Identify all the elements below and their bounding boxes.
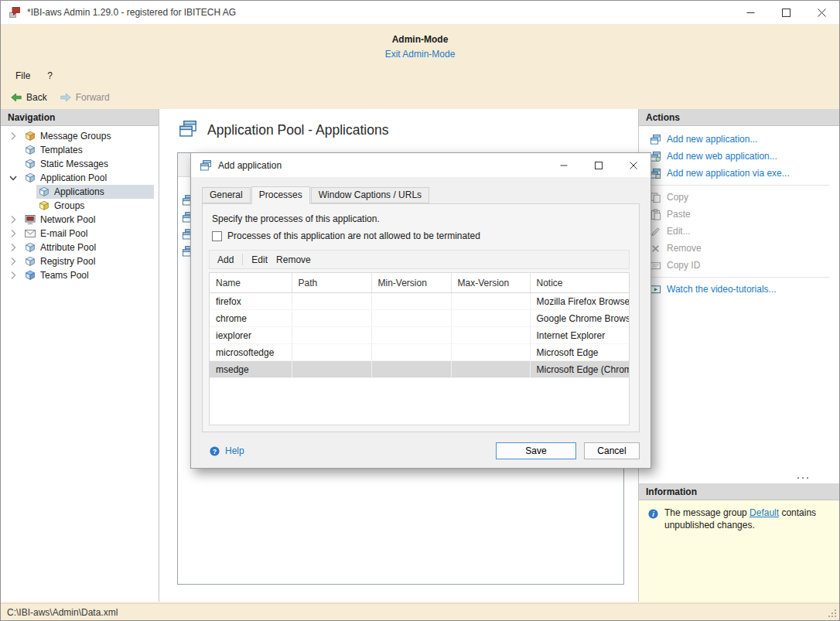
app-logo-icon xyxy=(9,6,21,19)
sidebar-item-static-messages[interactable]: Static Messages xyxy=(1,157,159,171)
navigation-panel: Navigation Message Groups Templates xyxy=(1,109,159,602)
dialog-tabs: General Processes Window Captions / URLs xyxy=(202,187,430,203)
action-add-new-web-application[interactable]: Add new web application... xyxy=(639,148,839,165)
chevron-right-icon[interactable] xyxy=(7,241,22,254)
dialog-titlebar[interactable]: Add application xyxy=(191,153,650,177)
column-header-path[interactable]: Path xyxy=(292,273,371,293)
process-row-microsoftedge[interactable]: microsoftedge Microsoft Edge xyxy=(210,344,629,361)
maximize-button[interactable] xyxy=(768,1,804,24)
panel-splitter[interactable] xyxy=(639,473,839,483)
terminate-checkbox-label: Processes of this application are not al… xyxy=(227,230,480,241)
window-titlebar[interactable]: *IBI-aws Admin 1.29.0 - registered for I… xyxy=(1,1,839,25)
chevron-right-icon[interactable] xyxy=(7,213,22,226)
action-copy-id[interactable]: Copy ID xyxy=(639,257,839,274)
process-row-firefox[interactable]: firefox Mozilla Firefox Browser xyxy=(210,293,629,310)
admin-mode-title: Admin-Mode xyxy=(1,24,839,45)
cell-name: iexplorer xyxy=(210,327,292,344)
tree-item-label: Network Pool xyxy=(40,214,95,225)
sidebar-item-groups[interactable]: Groups xyxy=(1,199,159,213)
sidebar-item-message-groups[interactable]: Message Groups xyxy=(1,129,159,143)
terminate-checkbox[interactable] xyxy=(212,231,222,241)
action-label: Watch the video-tutorials... xyxy=(667,284,777,295)
status-bar: C:\IBI-aws\Admin\Data.xml xyxy=(1,603,839,620)
chevron-right-icon[interactable] xyxy=(7,227,22,240)
tree-item-content: Message Groups xyxy=(22,129,154,143)
menu-help[interactable]: ? xyxy=(39,67,61,84)
tree-item-label: Registry Pool xyxy=(40,256,95,267)
actions-separator xyxy=(649,277,829,278)
splitter-grip-icon xyxy=(797,476,810,479)
application-pool-icon xyxy=(24,172,36,184)
process-grid-toolbar: Add Edit Remove xyxy=(209,250,630,269)
action-remove[interactable]: Remove xyxy=(639,240,839,257)
cell-path xyxy=(292,327,371,344)
menu-bar: File ? xyxy=(1,66,839,86)
tab-general[interactable]: General xyxy=(202,187,251,203)
column-header-notice[interactable]: Notice xyxy=(530,273,629,293)
page-title-text: Application Pool - Applications xyxy=(207,122,388,138)
forward-button[interactable]: Forward xyxy=(60,91,110,104)
resize-grip-icon[interactable] xyxy=(828,609,838,619)
info-icon: i xyxy=(647,507,659,520)
process-row-iexplorer[interactable]: iexplorer Internet Explorer xyxy=(210,327,629,344)
action-paste[interactable]: Paste xyxy=(639,206,839,223)
sidebar-item-network-pool[interactable]: Network Pool xyxy=(1,213,159,227)
menu-file[interactable]: File xyxy=(7,67,39,84)
chevron-right-icon[interactable] xyxy=(7,255,22,268)
status-file-path: C:\IBI-aws\Admin\Data.xml xyxy=(7,607,118,618)
tab-processes[interactable]: Processes xyxy=(251,186,310,204)
column-header-name[interactable]: Name xyxy=(210,273,292,293)
action-add-new-application-via-exe[interactable]: Add new application via exe... xyxy=(639,165,839,182)
action-copy[interactable]: Copy xyxy=(639,189,839,206)
actions-header: Actions xyxy=(639,109,839,126)
cell-name: firefox xyxy=(210,293,292,310)
minimize-button[interactable] xyxy=(732,1,768,24)
action-watch-video-tutorials[interactable]: Watch the video-tutorials... xyxy=(639,281,839,298)
edit-process-button[interactable]: Edit xyxy=(251,254,268,265)
cell-min-version xyxy=(371,361,451,378)
column-header-max-version[interactable]: Max-Version xyxy=(451,273,530,293)
process-row-msedge[interactable]: msedge Microsoft Edge (Chrom... xyxy=(210,361,629,378)
cancel-button[interactable]: Cancel xyxy=(584,442,640,459)
action-label: Add new application via exe... xyxy=(667,168,790,179)
chevron-right-icon[interactable] xyxy=(7,269,22,281)
dialog-minimize-button[interactable] xyxy=(546,153,581,177)
column-header-min-version[interactable]: Min-Version xyxy=(371,273,451,293)
sidebar-item-application-pool[interactable]: Application Pool xyxy=(1,171,159,185)
action-edit[interactable]: Edit... xyxy=(639,223,839,240)
toolbar-separator xyxy=(242,254,243,265)
save-button[interactable]: Save xyxy=(496,442,576,459)
sidebar-item-email-pool[interactable]: E-mail Pool xyxy=(1,227,159,241)
help-link[interactable]: ? Help xyxy=(208,445,244,457)
help-icon: ? xyxy=(208,445,220,457)
information-text: The message group Default contains unpub… xyxy=(664,507,823,532)
forward-arrow-icon xyxy=(60,91,72,104)
remove-process-button[interactable]: Remove xyxy=(276,254,311,265)
cell-name: microsoftedge xyxy=(210,344,292,361)
exit-admin-mode-link[interactable]: Exit Admin-Mode xyxy=(385,49,456,60)
action-label: Add new web application... xyxy=(667,151,777,162)
information-box: i The message group Default contains unp… xyxy=(639,500,839,602)
add-process-button[interactable]: Add xyxy=(217,254,234,265)
process-row-chrome[interactable]: chrome Google Chrome Browser xyxy=(210,310,629,327)
sidebar-item-templates[interactable]: Templates xyxy=(1,143,159,157)
cell-path xyxy=(292,293,371,310)
tab-window-captions-urls[interactable]: Window Captions / URLs xyxy=(311,187,429,203)
chevron-down-icon[interactable] xyxy=(7,172,22,184)
sidebar-item-teams-pool[interactable]: Teams Pool xyxy=(1,268,159,282)
back-button[interactable]: Back xyxy=(10,91,47,104)
chevron-right-icon[interactable] xyxy=(7,130,22,142)
default-message-group-link[interactable]: Default xyxy=(750,507,779,518)
cell-notice: Microsoft Edge (Chrom... xyxy=(530,361,629,378)
sidebar-item-attribute-pool[interactable]: Attribute Pool xyxy=(1,241,159,254)
sidebar-item-registry-pool[interactable]: Registry Pool xyxy=(1,254,159,268)
close-button[interactable] xyxy=(804,1,839,24)
dialog-close-button[interactable] xyxy=(616,153,650,177)
page-title-icon xyxy=(177,119,199,141)
navigation-header: Navigation xyxy=(1,109,159,126)
dialog-maximize-button[interactable] xyxy=(581,153,616,177)
action-add-new-application[interactable]: Add new application... xyxy=(639,131,839,148)
sidebar-item-applications[interactable]: Applications xyxy=(1,185,159,199)
tree-item-label: Static Messages xyxy=(40,159,108,169)
svg-text:i: i xyxy=(652,510,654,517)
